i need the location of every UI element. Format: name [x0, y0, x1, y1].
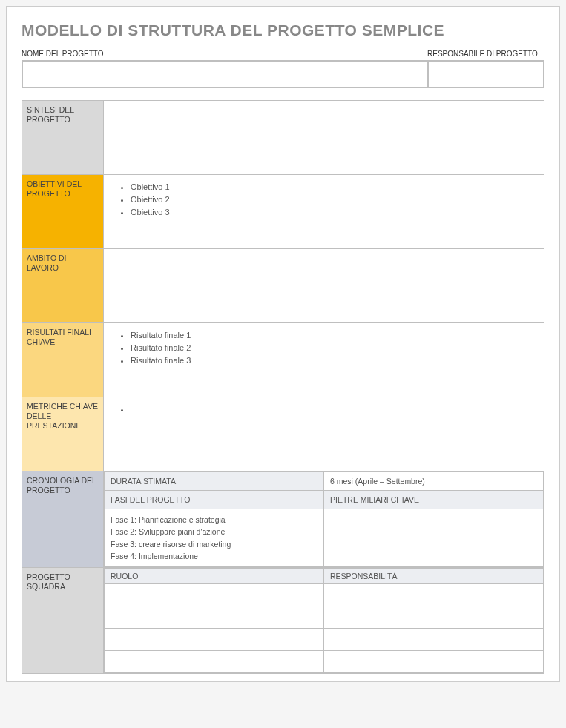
summary-content[interactable] [104, 101, 544, 175]
role-cell[interactable] [105, 651, 324, 673]
objectives-label: OBIETTIVI DEL PROGETTO [22, 175, 104, 249]
kpis-list [111, 403, 536, 416]
responsibility-cell[interactable] [324, 606, 544, 629]
header-row: NOME DEL PROGETTO RESPONSABILE DI PROGET… [22, 50, 544, 88]
timeline-table: DURATA STIMATA: 6 mesi (Aprile – Settemb… [104, 471, 544, 567]
list-item: Obiettivo 3 [131, 206, 536, 219]
milestones-header: PIETRE MILIARI CHIAVE [324, 491, 544, 509]
kpis-label: METRICHE CHIAVE DELLE PRESTAZIONI [22, 397, 104, 471]
phases-header: FASI DEL PROGETTO [105, 491, 324, 509]
list-item: Obiettivo 1 [131, 181, 536, 193]
summary-label: SINTESI DEL PROGETTO [22, 101, 104, 175]
phase-line: Fase 1: Pianificazione e strategia [111, 514, 317, 526]
page: MODELLO DI STRUTTURA DEL PROGETTO SEMPLI… [6, 6, 560, 682]
objectives-list: Obiettivo 1 Obiettivo 2 Obiettivo 3 [111, 181, 536, 219]
role-cell[interactable] [105, 606, 324, 629]
project-manager-label: RESPONSABILE DI PROGETTO [427, 50, 544, 58]
phases-cell[interactable]: Fase 1: Pianificazione e strategia Fase … [105, 509, 324, 567]
responsibility-cell[interactable] [324, 629, 544, 651]
kpis-content[interactable] [104, 397, 544, 471]
phase-line: Fase 4: Implementazione [111, 550, 317, 562]
responsibility-cell[interactable] [324, 584, 544, 606]
table-row [105, 584, 544, 606]
responsibility-header: RESPONSABILITÀ [324, 569, 544, 584]
list-item: Risultato finale 2 [131, 342, 536, 354]
table-row [105, 651, 544, 673]
phase-line: Fase 2: Sviluppare piani d'azione [111, 526, 317, 537]
scope-label: AMBITO DI LAVORO [22, 249, 104, 323]
deliverables-list: Risultato finale 1 Risultato finale 2 Ri… [111, 329, 536, 367]
table-row [105, 629, 544, 651]
objectives-content[interactable]: Obiettivo 1 Obiettivo 2 Obiettivo 3 [104, 175, 544, 249]
milestones-cell[interactable] [324, 509, 544, 567]
deliverables-content[interactable]: Risultato finale 1 Risultato finale 2 Ri… [104, 323, 544, 397]
deliverables-label: RISULTATI FINALI CHIAVE [22, 323, 104, 397]
project-name-input[interactable] [22, 60, 427, 88]
duration-label: DURATA STIMATA: [105, 472, 324, 491]
phase-line: Fase 3: creare risorse di marketing [111, 538, 317, 550]
project-manager-col: RESPONSABILE DI PROGETTO [427, 50, 544, 88]
timeline-label: CRONOLOGIA DEL PROGETTO [22, 471, 104, 568]
timeline-content: DURATA STIMATA: 6 mesi (Aprile – Settemb… [104, 471, 544, 568]
list-item: Obiettivo 2 [131, 193, 536, 206]
role-cell[interactable] [105, 629, 324, 651]
list-item: Risultato finale 3 [131, 354, 536, 367]
table-row [105, 606, 544, 629]
responsibility-cell[interactable] [324, 651, 544, 673]
role-header: RUOLO [105, 569, 324, 584]
sections-table: SINTESI DEL PROGETTO OBIETTIVI DEL PROGE… [22, 100, 544, 674]
team-label: PROGETTO SQUADRA [22, 568, 104, 674]
team-content: RUOLO RESPONSABILITÀ [104, 568, 544, 674]
role-cell[interactable] [105, 584, 324, 606]
project-name-label: NOME DEL PROGETTO [22, 50, 427, 58]
project-name-col: NOME DEL PROGETTO [22, 50, 427, 88]
page-title: MODELLO DI STRUTTURA DEL PROGETTO SEMPLI… [22, 21, 544, 39]
scope-content[interactable] [104, 249, 544, 323]
list-item [131, 403, 536, 416]
duration-value[interactable]: 6 mesi (Aprile – Settembre) [324, 472, 544, 491]
team-table: RUOLO RESPONSABILITÀ [104, 568, 544, 673]
project-manager-input[interactable] [427, 60, 544, 88]
list-item: Risultato finale 1 [131, 329, 536, 342]
